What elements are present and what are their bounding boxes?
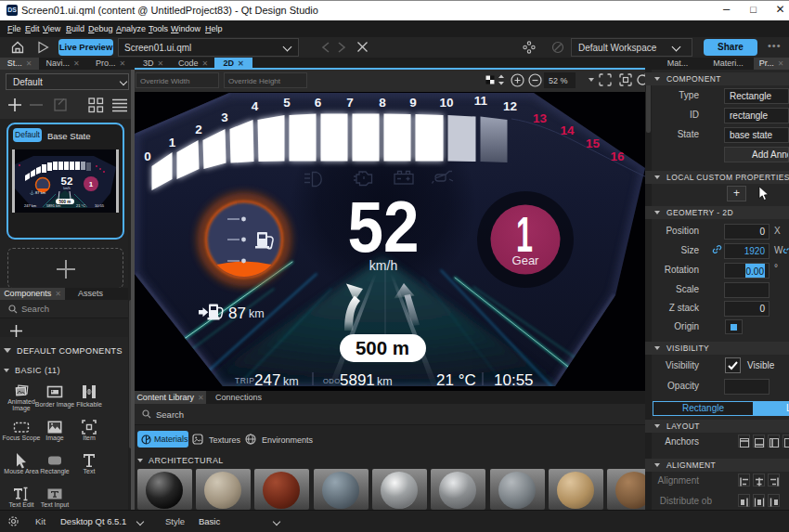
svg-text:10: 10 xyxy=(439,96,453,110)
svg-text:15: 15 xyxy=(586,136,601,150)
svg-text:21 °C: 21 °C xyxy=(76,203,85,208)
svg-text:12: 12 xyxy=(503,99,517,113)
svg-text:87: 87 xyxy=(228,305,246,322)
svg-text:3: 3 xyxy=(221,110,228,124)
svg-text:km/h: km/h xyxy=(369,258,397,273)
svg-text:km: km xyxy=(377,375,393,388)
svg-text:km: km xyxy=(283,375,299,388)
svg-text:TRIP: TRIP xyxy=(235,376,254,385)
svg-text:0: 0 xyxy=(144,149,151,163)
svg-text:km/h: km/h xyxy=(63,187,71,190)
svg-text:1: 1 xyxy=(89,180,94,188)
svg-text:8: 8 xyxy=(379,96,386,110)
svg-text:9: 9 xyxy=(409,96,417,110)
svg-text:km: km xyxy=(249,307,265,320)
svg-text:2: 2 xyxy=(195,123,202,136)
svg-text:500 m: 500 m xyxy=(59,200,71,204)
svg-text:52: 52 xyxy=(348,186,420,267)
svg-text:10:55: 10:55 xyxy=(95,203,105,208)
svg-text:500 m: 500 m xyxy=(356,337,409,358)
svg-text:10:55: 10:55 xyxy=(494,371,534,389)
svg-text:5891 km: 5891 km xyxy=(46,203,61,208)
svg-text:13: 13 xyxy=(533,111,548,125)
svg-text:6: 6 xyxy=(315,96,322,110)
svg-text:Gear: Gear xyxy=(512,253,540,267)
svg-text:14: 14 xyxy=(560,123,575,137)
svg-text:4: 4 xyxy=(252,99,259,113)
svg-text:16: 16 xyxy=(610,149,625,163)
svg-text:5891: 5891 xyxy=(340,371,375,389)
svg-text:247: 247 xyxy=(254,371,280,389)
svg-text:1: 1 xyxy=(169,136,176,149)
svg-text:247 km: 247 km xyxy=(24,203,37,208)
svg-text:ODO: ODO xyxy=(323,377,341,385)
svg-text:7: 7 xyxy=(346,96,354,110)
svg-text:5: 5 xyxy=(283,96,291,110)
svg-text:21 °C: 21 °C xyxy=(436,371,476,389)
svg-text:⚓ 87 km: ⚓ 87 km xyxy=(30,190,46,195)
svg-text:11: 11 xyxy=(474,94,488,108)
svg-text:52: 52 xyxy=(61,175,73,187)
